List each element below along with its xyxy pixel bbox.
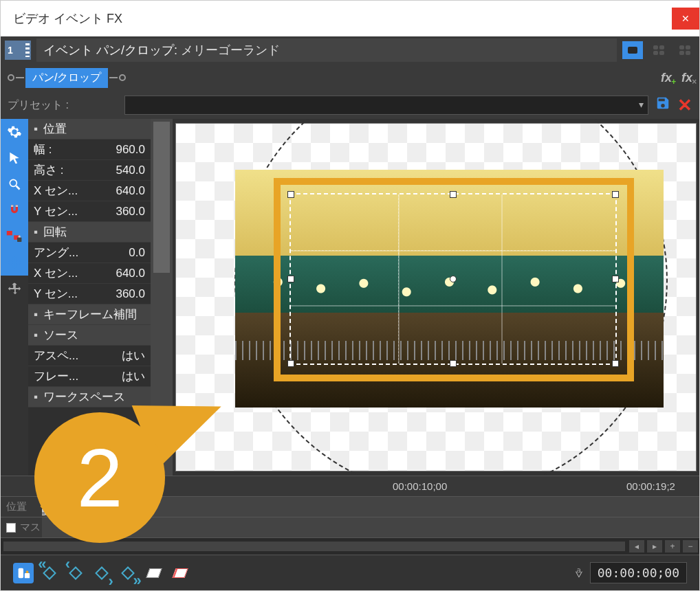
svg-rect-1	[11, 205, 13, 208]
keyframe-last-button[interactable]	[118, 563, 138, 583]
prop-group-header[interactable]: ▪回転	[28, 222, 151, 243]
tool-lock-aspect[interactable]	[1, 223, 28, 249]
prop-label: 高さ :	[34, 162, 116, 178]
titlebar: ビデオ イベント FX ✕	[1, 1, 699, 36]
time-mark: 00:00:10;00	[393, 480, 447, 492]
prop-label: 幅 :	[34, 142, 116, 157]
svg-point-0	[10, 179, 17, 186]
time-mark: 00:00:19;2	[626, 480, 675, 492]
preset-combobox[interactable]	[124, 96, 648, 115]
prop-row[interactable]: 高さ :540.0	[28, 160, 151, 181]
tool-move-freely[interactable]	[1, 249, 28, 276]
preview-canvas[interactable]	[173, 119, 699, 476]
prop-label: フレー...	[34, 368, 122, 384]
crop-handle-ml[interactable]	[287, 276, 294, 282]
effect-title: イベント パン/クロップ: メリーゴーランド	[43, 42, 280, 58]
prop-value[interactable]: はい	[122, 368, 145, 384]
keyframe-add-button[interactable]	[144, 563, 164, 583]
view-grid3-button[interactable]	[675, 41, 695, 59]
prop-label: X セン...	[34, 183, 116, 199]
cursor-position-icon: ⎀	[575, 565, 583, 581]
svg-rect-10	[19, 568, 23, 578]
prop-group-header[interactable]: ▪位置	[28, 119, 151, 140]
svg-rect-3	[7, 231, 12, 235]
view-list-button[interactable]	[622, 41, 643, 59]
effect-chip-pan-crop[interactable]: パン/クロップ	[25, 68, 108, 88]
tool-strip	[1, 119, 28, 476]
chain-node-icon	[8, 74, 14, 81]
crop-handle-bl[interactable]	[287, 360, 294, 367]
tool-snap[interactable]	[1, 197, 28, 223]
tool-settings[interactable]	[1, 119, 28, 145]
prop-label: Y セン...	[34, 286, 116, 302]
prop-label: アング...	[34, 245, 129, 260]
prop-value[interactable]: 360.0	[116, 205, 145, 219]
prop-row[interactable]: アスペ...はい	[28, 346, 151, 366]
window-title: ビデオ イベント FX	[13, 10, 122, 27]
keyframe-prev-button[interactable]	[65, 563, 86, 583]
prop-group-header[interactable]: ▪キーフレーム補間	[28, 304, 151, 325]
svg-rect-5	[17, 238, 21, 242]
prop-value[interactable]: はい	[122, 348, 145, 364]
save-preset-button[interactable]	[655, 96, 670, 115]
prop-label: X セン...	[34, 265, 116, 281]
prop-row[interactable]: X セン...640.0	[28, 263, 151, 284]
keyframe-next-button[interactable]	[91, 563, 112, 583]
crop-handle-tl[interactable]	[287, 191, 294, 198]
crop-handle-tm[interactable]	[450, 191, 457, 198]
keyframe-first-button[interactable]	[39, 563, 60, 583]
keyframe-sync-lock-button[interactable]	[13, 563, 34, 583]
effect-chain-bar: パン/クロップ fx fx	[1, 64, 699, 91]
view-grid2-button[interactable]	[648, 41, 669, 59]
crop-handle-tr[interactable]	[612, 191, 619, 198]
crop-handle-center[interactable]	[450, 276, 457, 282]
tool-zoom[interactable]	[1, 171, 28, 197]
mask-checkbox[interactable]	[6, 523, 16, 533]
prop-value[interactable]: 640.0	[116, 184, 145, 198]
prop-value[interactable]: 540.0	[116, 164, 145, 177]
prop-row[interactable]: Y セン...360.0	[28, 201, 151, 222]
crop-handle-mr[interactable]	[612, 276, 619, 282]
tool-move[interactable]	[1, 276, 28, 302]
crop-handle-bm[interactable]	[450, 360, 457, 367]
sub-toolbar: 1 イベント パン/クロップ: メリーゴーランド	[1, 36, 699, 64]
svg-rect-11	[25, 573, 30, 578]
scroll-right-button[interactable]: ▸	[647, 540, 662, 553]
crop-handle-br[interactable]	[612, 360, 619, 367]
film-strip-icon[interactable]: 1	[5, 41, 31, 60]
crop-selection[interactable]	[289, 193, 617, 365]
prop-value[interactable]: 640.0	[116, 267, 145, 280]
callout-badge: 2	[34, 412, 165, 543]
remove-fx-button[interactable]: fx	[681, 71, 692, 85]
close-button[interactable]: ✕	[672, 8, 699, 30]
keyframe-delete-button[interactable]	[170, 563, 190, 583]
scroll-zoom-in[interactable]: +	[665, 540, 680, 553]
delete-preset-button[interactable]: ✕	[677, 95, 692, 116]
prop-row[interactable]: Y セン...360.0	[28, 284, 151, 304]
tool-pointer[interactable]	[1, 145, 28, 171]
prop-value[interactable]: 0.0	[129, 246, 145, 260]
timeline-row-label: マス	[1, 521, 42, 534]
prop-value[interactable]: 960.0	[116, 143, 145, 157]
prop-label: Y セン...	[34, 203, 116, 219]
prop-value[interactable]: 360.0	[116, 287, 145, 301]
prop-row[interactable]: アング...0.0	[28, 243, 151, 263]
timeline-row-label: 位置	[1, 500, 42, 513]
prop-row[interactable]: X セン...640.0	[28, 181, 151, 201]
scroll-zoom-out[interactable]: −	[683, 540, 698, 553]
prop-label: アスペ...	[34, 348, 122, 364]
time-display[interactable]: 00:00:00;00	[590, 562, 687, 583]
prop-row[interactable]: 幅 :960.0	[28, 140, 151, 160]
prop-group-header[interactable]: ▪ソース	[28, 325, 151, 346]
preset-label: プリセット :	[8, 98, 118, 113]
keyframe-controls: ⎀ 00:00:00;00	[1, 555, 699, 590]
scroll-left-button[interactable]: ◂	[629, 540, 644, 553]
add-fx-button[interactable]: fx	[661, 71, 672, 85]
chain-node-icon	[119, 74, 126, 81]
preset-bar: プリセット : ✕	[1, 91, 699, 119]
prop-row[interactable]: フレー...はい	[28, 366, 151, 387]
svg-rect-2	[16, 205, 18, 208]
